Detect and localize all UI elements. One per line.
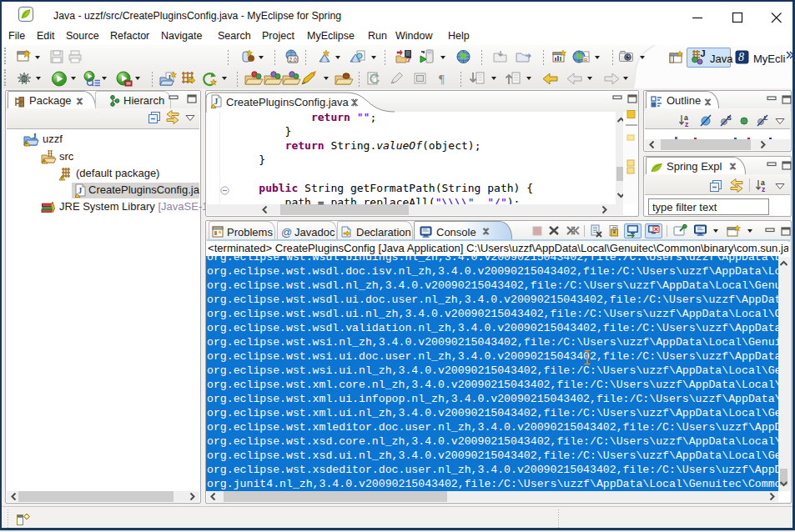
svg-text:J: J bbox=[33, 132, 37, 140]
svg-text:z: z bbox=[762, 185, 765, 193]
svg-text:J: J bbox=[78, 187, 83, 195]
svg-text:J: J bbox=[214, 98, 219, 106]
svg-text:z: z bbox=[685, 120, 688, 128]
